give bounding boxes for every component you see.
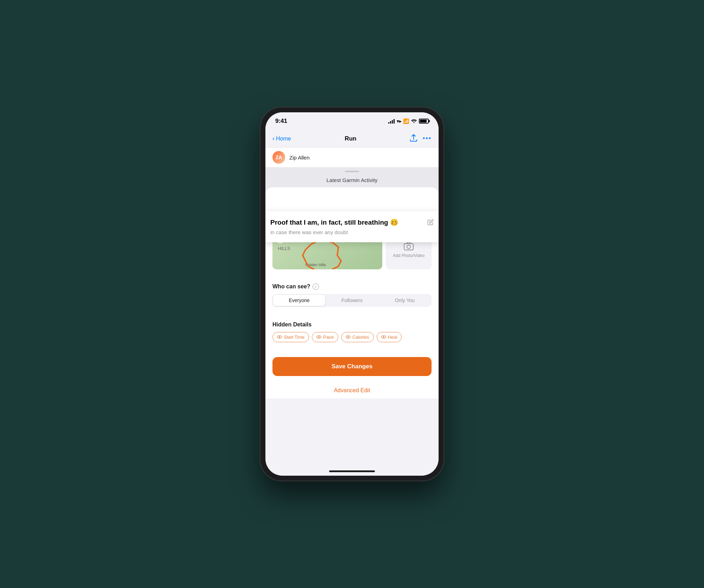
activity-subtitle: in case there was ever any doubt [270, 229, 423, 235]
title-card-text: Proof that I am, in fact, still breathin… [270, 218, 423, 235]
svg-rect-6 [404, 244, 413, 250]
save-button-section: Save Changes [265, 351, 439, 382]
svg-point-15 [383, 336, 384, 338]
back-label: Home [276, 136, 291, 142]
signal-icon [388, 119, 395, 124]
nav-actions: ••• [410, 134, 432, 143]
chip-eye-icon-heal [381, 335, 386, 340]
phone-wrapper: 9:41 ▾▸ 📶 [260, 107, 444, 481]
chip-start-time[interactable]: Start Time [272, 332, 309, 342]
info-icon[interactable]: i [313, 283, 319, 290]
status-icons: ▾▸ 📶 [388, 118, 429, 124]
chip-start-time-label: Start Time [284, 334, 304, 340]
sheet-inner: Proof that I am, in fact, still breathin… [265, 187, 439, 399]
sheet-handle [345, 171, 359, 172]
hidden-detail-chips: Start Time Pace [272, 332, 432, 342]
nav-title: Run [345, 135, 356, 142]
user-name: Zip Allen [289, 155, 310, 161]
svg-point-9 [279, 336, 280, 338]
status-bar: 9:41 ▾▸ 📶 [265, 112, 439, 130]
status-time: 9:41 [275, 118, 287, 125]
wifi-icon [411, 119, 417, 123]
visibility-followers[interactable]: Followers [326, 295, 378, 306]
hidden-details-title-row: Hidden Details [272, 321, 432, 328]
svg-text:HILLS: HILLS [278, 246, 290, 251]
add-photo-label: Add Photo/Video [393, 253, 425, 258]
chip-heal-label: Heal [388, 334, 397, 340]
add-photo-icon [404, 242, 414, 250]
who-can-see-label: Who can see? [272, 283, 310, 290]
back-arrow-icon: ‹ [272, 135, 275, 142]
back-button[interactable]: ‹ Home [272, 135, 291, 142]
chip-pace-label: Pace [323, 334, 334, 340]
chip-heal[interactable]: Heal [377, 332, 402, 342]
sheet-title: Latest Garmin Activity [265, 177, 439, 187]
phone-screen: 9:41 ▾▸ 📶 [265, 112, 439, 476]
visibility-segmented-control: Everyone Followers Only You [272, 294, 432, 307]
chip-eye-icon-pace [316, 335, 321, 340]
bottom-sheet: Latest Garmin Activity Proof that I am, … [265, 167, 439, 399]
avatar: ZA [272, 151, 285, 164]
chip-eye-icon-calories [346, 335, 351, 340]
hidden-details-section: Hidden Details Start Time [265, 316, 439, 348]
user-row: ZA Zip Allen [265, 148, 439, 167]
who-can-see-title-row: Who can see? i [272, 283, 432, 290]
more-icon[interactable]: ••• [423, 135, 432, 142]
title-card: Proof that I am, in fact, still breathin… [265, 211, 439, 242]
advanced-edit-button[interactable]: Advanced Edit [265, 382, 439, 399]
chip-calories[interactable]: Calories [341, 332, 374, 342]
battery-icon [419, 119, 429, 124]
hidden-details-label: Hidden Details [272, 321, 312, 328]
svg-point-7 [407, 245, 410, 249]
save-changes-button[interactable]: Save Changes [272, 357, 432, 376]
avatar-initials: ZA [276, 155, 282, 160]
chip-calories-label: Calories [352, 334, 369, 340]
share-icon[interactable] [410, 134, 417, 143]
visibility-everyone[interactable]: Everyone [273, 295, 325, 306]
svg-point-0 [414, 122, 415, 123]
svg-point-13 [347, 336, 349, 338]
wifi-icon: ▾▸ 📶 [397, 118, 409, 124]
edit-icon[interactable] [427, 219, 434, 227]
who-can-see-section: Who can see? i Everyone Followers Only Y… [265, 278, 439, 312]
activity-title: Proof that I am, in fact, still breathin… [270, 218, 423, 227]
svg-point-11 [318, 336, 320, 338]
visibility-only-you[interactable]: Only You [379, 295, 431, 306]
chip-eye-icon [277, 335, 282, 340]
chip-pace[interactable]: Pace [312, 332, 338, 342]
home-indicator [329, 470, 375, 472]
nav-bar: ‹ Home Run ••• [265, 130, 439, 148]
